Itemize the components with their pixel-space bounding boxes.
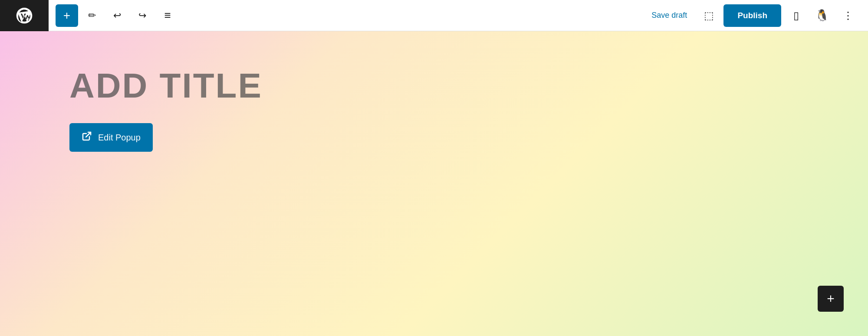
add-block-canvas-icon: + (827, 291, 835, 306)
save-draft-button[interactable]: Save draft (644, 7, 694, 24)
toolbar-right: Save draft ⬚ Publish ▯ 🐧 ⋮ (636, 4, 868, 27)
save-draft-label: Save draft (651, 11, 687, 20)
edit-popup-label: Edit Popup (98, 133, 141, 143)
redo-button[interactable]: ↪ (131, 4, 154, 27)
sidebar-icon: ▯ (793, 10, 799, 22)
settings-panel-button[interactable]: ▯ (785, 4, 807, 27)
add-block-toolbar-button[interactable]: + (56, 4, 78, 27)
pencil-icon: ✏ (88, 10, 96, 21)
more-options-button[interactable]: ⋮ (837, 4, 859, 27)
page-title-placeholder-text: ADD TITLE (69, 66, 263, 105)
view-list-button[interactable]: ≡ (156, 4, 179, 27)
avatar-icon: 🐧 (815, 9, 829, 22)
wp-logo-button[interactable] (0, 0, 49, 31)
user-avatar-button[interactable]: 🐧 (811, 4, 833, 27)
external-link-icon (82, 131, 92, 144)
preview-button[interactable]: ⬚ (697, 4, 720, 27)
list-view-icon: ≡ (164, 9, 171, 22)
undo-icon: ↩ (113, 10, 121, 21)
editor-canvas: ADD TITLE Edit Popup + (0, 31, 868, 336)
redo-icon: ↪ (138, 10, 146, 21)
preview-icon: ⬚ (704, 10, 714, 22)
content-area: ADD TITLE Edit Popup (69, 66, 263, 152)
publish-label: Publish (737, 11, 767, 20)
more-options-icon: ⋮ (843, 10, 854, 22)
page-title-input[interactable]: ADD TITLE (69, 66, 263, 106)
add-block-canvas-button[interactable]: + (818, 286, 844, 312)
add-block-toolbar-icon: + (63, 9, 70, 23)
toolbar: + ✏ ↩ ↪ ≡ Save draft ⬚ Publish ▯ 🐧 (0, 0, 868, 31)
undo-button[interactable]: ↩ (106, 4, 128, 27)
svg-line-0 (86, 132, 91, 137)
wordpress-icon (15, 6, 34, 25)
edit-popup-button[interactable]: Edit Popup (69, 123, 153, 152)
tools-button[interactable]: ✏ (81, 4, 103, 27)
publish-button[interactable]: Publish (723, 4, 781, 27)
toolbar-left: + ✏ ↩ ↪ ≡ (49, 4, 636, 27)
